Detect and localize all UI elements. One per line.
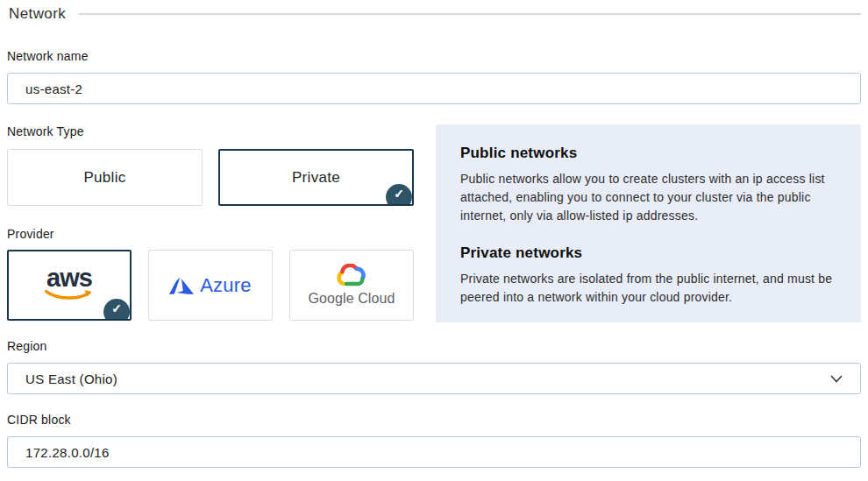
azure-wordmark: Azure — [200, 274, 251, 297]
section-header: Network — [7, 5, 861, 23]
aws-wordmark: aws — [46, 267, 92, 289]
check-icon: ✓ — [103, 299, 130, 321]
provider-option-aws[interactable]: aws ✓ — [7, 250, 132, 321]
network-type-option-private[interactable]: Private ✓ — [218, 149, 414, 206]
azure-logo: Azure — [169, 274, 251, 297]
info-body-public: Public networks allow you to create clus… — [460, 170, 838, 225]
google-cloud-icon — [336, 264, 367, 288]
network-type-option-public[interactable]: Public — [7, 149, 203, 206]
network-type-option-label: Public — [83, 169, 125, 187]
google-cloud-logo: Google Cloud — [308, 264, 395, 307]
google-cloud-wordmark: Google Cloud — [308, 291, 395, 307]
aws-smile-icon — [41, 289, 97, 301]
network-name-input[interactable] — [7, 73, 861, 104]
region-label: Region — [7, 339, 861, 353]
cidr-block-label: CIDR block — [7, 413, 861, 427]
type-and-provider-area: Network Type Public Private ✓ Provider a… — [7, 124, 861, 322]
chevron-down-icon — [830, 375, 843, 383]
section-divider — [78, 13, 861, 15]
network-settings-section: Network Network name Network Type Public… — [0, 0, 868, 481]
provider-label: Provider — [7, 227, 414, 241]
selection-column: Network Type Public Private ✓ Provider a… — [7, 124, 414, 322]
provider-options: aws ✓ Azure — [7, 250, 414, 321]
section-title: Network — [9, 5, 66, 23]
network-info-panel: Public networks Public networks allow yo… — [436, 124, 861, 322]
network-type-options: Public Private ✓ — [7, 149, 414, 206]
network-type-label: Network Type — [7, 124, 414, 138]
network-name-label: Network name — [7, 49, 861, 63]
provider-option-google-cloud[interactable]: Google Cloud — [289, 250, 414, 321]
info-heading-public: Public networks — [460, 145, 838, 162]
region-select[interactable]: US East (Ohio) — [7, 363, 861, 394]
check-icon: ✓ — [386, 184, 412, 206]
azure-icon — [169, 277, 194, 294]
region-selected-value: US East (Ohio) — [25, 371, 117, 386]
info-heading-private: Private networks — [460, 244, 838, 262]
cidr-block-input[interactable] — [7, 436, 861, 468]
provider-option-azure[interactable]: Azure — [148, 250, 273, 321]
aws-logo: aws — [41, 267, 97, 301]
info-body-private: Private networks are isolated from the p… — [460, 270, 838, 307]
network-type-option-label: Private — [292, 169, 340, 187]
